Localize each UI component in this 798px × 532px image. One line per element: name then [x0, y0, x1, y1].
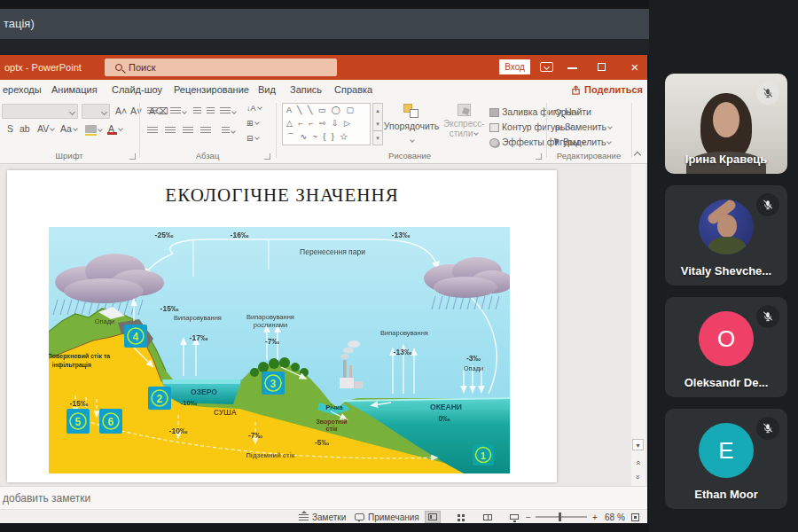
scroll-down-icon[interactable]: ▾ [632, 439, 644, 450]
ribbon-display-options-icon[interactable] [540, 62, 553, 72]
badge-1: 1 [473, 444, 494, 466]
shrink-font-button[interactable]: A˅ [130, 106, 142, 116]
fit-to-window-button[interactable] [631, 510, 639, 524]
zoom-slider[interactable] [536, 516, 587, 518]
align-right-button[interactable] [183, 126, 193, 137]
smartart-convert-button[interactable]: ⊟ [246, 134, 259, 143]
font-name-combo[interactable] [2, 104, 78, 119]
avatar-initial: O [717, 325, 735, 353]
shape-outline-icon [489, 123, 499, 132]
find-button[interactable]: Найти [555, 106, 591, 117]
participant-tile-oleksandr[interactable]: O Oleksandr De... [665, 297, 787, 397]
close-button[interactable]: × [626, 55, 644, 80]
select-label: Выделить [563, 137, 606, 147]
mic-muted-icon[interactable] [756, 305, 779, 328]
comments-toggle[interactable]: Примечания [355, 510, 419, 524]
select-cursor-icon [554, 137, 560, 146]
increase-indent-button[interactable] [207, 106, 215, 117]
tab-slideshow[interactable]: Слайд-шоу [112, 80, 162, 99]
sign-in-button[interactable]: Вход [499, 59, 530, 74]
shape-fill-icon [489, 108, 499, 117]
svg-text:-7‰: -7‰ [248, 431, 263, 440]
justify-button[interactable] [200, 126, 211, 137]
strikethrough-button[interactable]: S [7, 123, 13, 134]
zoom-out-button[interactable]: − [526, 510, 531, 524]
shapes-scroll-up-icon[interactable]: ▴ [373, 104, 382, 117]
minimize-button[interactable] [567, 67, 577, 69]
svg-text:-10‰: -10‰ [181, 399, 198, 407]
restore-button[interactable] [598, 63, 606, 71]
shapes-scroll-down-icon[interactable]: ▾ [373, 117, 382, 130]
zoom-level[interactable]: 68 % [605, 510, 625, 524]
align-center-button[interactable] [165, 126, 176, 137]
shapes-gallery[interactable]: A ╲ ╲ ▭ ◯ ▢ △ ⌐ ⌐ ⇨ ⇩ ▷ ⌒ ∿ ~ { } ☆ [282, 103, 371, 145]
tab-view[interactable]: Вид [258, 80, 276, 99]
tab-help[interactable]: Справка [334, 80, 372, 99]
participants-sidebar: Ірина Кравець Vitaly Shevche... O Oleksa… [649, 0, 798, 532]
mic-muted-icon[interactable] [756, 82, 779, 105]
replace-button[interactable]: bcЗаменить [555, 121, 612, 132]
align-left-button[interactable] [147, 126, 158, 137]
mic-muted-icon[interactable] [756, 193, 779, 216]
shapes-more-icon[interactable]: ▾ [373, 130, 382, 145]
participant-tile-iryna[interactable]: Ірина Кравець [665, 74, 787, 174]
notes-toggle[interactable]: Заметки [299, 510, 346, 524]
notes-pane[interactable]: добавить заметки [0, 486, 647, 509]
reading-view-icon [483, 514, 492, 520]
view-sorter-button[interactable] [452, 511, 468, 523]
svg-text:-13‰: -13‰ [392, 231, 411, 239]
paragraph-group-label: Абзац [140, 151, 275, 160]
search-input[interactable]: Поиск [105, 59, 337, 76]
slide-scrollbar[interactable]: ▾ « « [631, 164, 645, 486]
slideshow-icon [510, 514, 519, 520]
tab-review[interactable]: Рецензирование [174, 80, 249, 99]
zoom-in-button[interactable]: + [592, 510, 598, 524]
bullets-button[interactable] [147, 106, 163, 117]
participant-tile-ethan[interactable]: E Ethan Moor [665, 409, 787, 509]
mic-muted-icon[interactable] [756, 417, 779, 440]
numbering-button[interactable] [170, 106, 186, 117]
subscript-button[interactable]: ab [20, 123, 30, 134]
zoom-slider-thumb[interactable] [559, 512, 561, 521]
tab-transitions[interactable]: ереходы [3, 80, 42, 99]
align-text-button[interactable]: ⊞ [246, 119, 259, 128]
arrange-label: Упорядочить [383, 121, 440, 131]
select-button[interactable]: Выделить [555, 137, 611, 147]
font-dialog-launcher[interactable] [129, 153, 136, 160]
quick-styles-button[interactable]: Экспресс- стили [443, 104, 484, 138]
char-spacing-button[interactable]: AV [37, 123, 54, 134]
line-spacing-button[interactable] [220, 106, 236, 117]
grow-font-button[interactable]: A˄ [115, 106, 127, 116]
arrange-button[interactable]: Упорядочить [383, 104, 440, 147]
svg-text:ОКЕАНИ: ОКЕАНИ [430, 403, 462, 411]
svg-text:Перенесення пари: Перенесення пари [300, 247, 365, 256]
share-button[interactable]: Поделиться [571, 80, 643, 99]
badge-2: 2 [148, 387, 171, 410]
previous-slide-icon[interactable]: « [632, 457, 644, 468]
tab-animations[interactable]: Анимация [51, 80, 98, 99]
participant-name: Vitaly Shevche... [665, 264, 787, 278]
shapes-gallery-scroll[interactable]: ▴ ▾ ▾ [372, 103, 383, 145]
powerpoint-titlebar: optx - PowerPoint Поиск Вход × [0, 55, 647, 80]
view-normal-button[interactable] [425, 511, 441, 523]
font-color-button[interactable]: A [108, 123, 122, 135]
slide-title: ЕКОЛОГІЧНЕ ЗНАЧЕННЯ [7, 184, 557, 207]
tab-record[interactable]: Запись [290, 80, 322, 99]
slide[interactable]: ЕКОЛОГІЧНЕ ЗНАЧЕННЯ 10 [7, 170, 557, 482]
columns-button[interactable] [222, 126, 235, 137]
decrease-indent-button[interactable] [193, 106, 201, 117]
paragraph-dialog-launcher[interactable] [264, 153, 270, 160]
text-direction-button[interactable]: ↓A [246, 104, 262, 113]
quick-styles-icon [458, 104, 471, 116]
view-slideshow-button[interactable] [506, 511, 522, 523]
drawing-dialog-launcher[interactable] [536, 153, 542, 160]
collapse-ribbon-icon[interactable] [633, 151, 642, 158]
font-size-combo[interactable] [82, 104, 110, 119]
svg-text:-13‰: -13‰ [394, 348, 412, 356]
highlight-color-button[interactable] [85, 124, 102, 135]
change-case-button[interactable]: Aa [60, 123, 77, 134]
view-reading-button[interactable] [480, 511, 496, 523]
participant-tile-vitaly[interactable]: Vitaly Shevche... [665, 185, 787, 286]
next-slide-icon[interactable]: « [632, 472, 644, 483]
svg-text:-15‰: -15‰ [160, 304, 179, 313]
